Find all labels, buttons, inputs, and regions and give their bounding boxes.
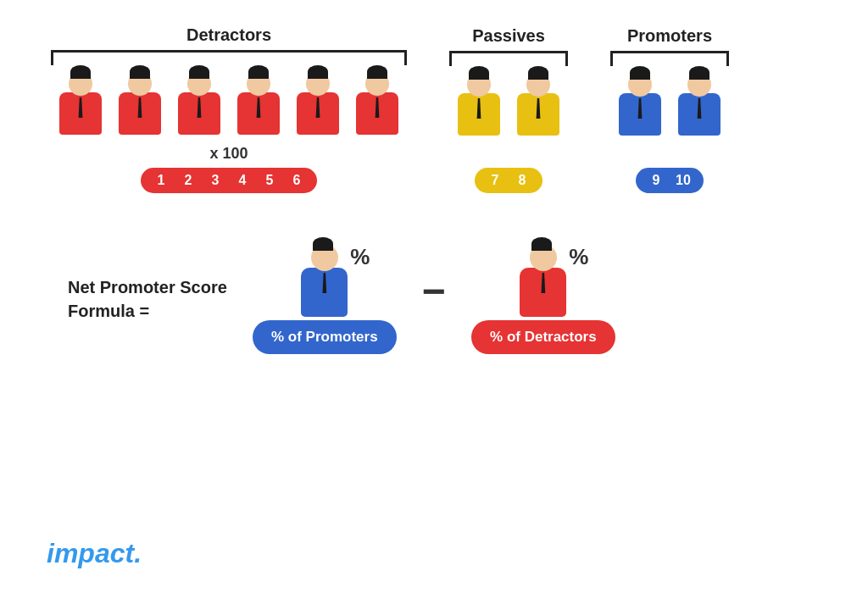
person-body [237,92,280,135]
impact-logo: impact. [47,538,142,569]
person-body [356,92,398,135]
promoter-person-2 [674,73,725,136]
person-head [628,73,652,97]
passives-group: Passives 7 8 [449,26,568,193]
person-body [619,93,661,136]
detractors-figures [55,72,403,135]
promoters-label: Promoters [627,26,712,46]
formula-detractor-person [520,244,566,317]
person-body [678,93,721,136]
minus-sign: − [422,268,446,314]
score-1: 1 [149,173,173,188]
promoters-formula-label: % of Promoters [253,320,397,354]
formula-section: Net Promoter Score Formula = % % of Prom… [51,244,817,354]
score-4: 4 [231,173,254,188]
formula-line2: Formula = [68,302,149,320]
person-head [306,72,330,96]
detractor-person-4 [233,72,284,135]
person-head [467,73,491,97]
passives-label: Passives [472,26,545,46]
promoters-group: Promoters 9 10 [610,26,729,193]
person-head [187,72,211,96]
score-8: 8 [510,173,534,188]
percent-sign-promoters: % [350,244,370,270]
person-head [247,72,270,96]
person-head [311,244,338,271]
detractor-person-6 [352,72,403,135]
person-head [687,73,711,97]
person-head [365,72,389,96]
detractors-score-bar: 1 2 3 4 5 6 [141,168,317,193]
detractors-formula-figure: % % of Detractors [471,244,615,354]
person-head [128,72,152,96]
person-body [301,268,348,317]
percent-sign-detractors: % [569,244,588,270]
detractor-person-3 [174,72,225,135]
formula-promoter-person [301,244,348,317]
detractors-label: Detractors [186,25,271,45]
person-head [530,244,557,271]
detractor-person-2 [114,72,165,135]
person-head [69,72,92,96]
promoters-score-bar: 9 10 [636,168,704,193]
passive-person-2 [513,73,564,136]
person-body [178,92,220,135]
person-body [520,268,566,317]
detractors-formula-label: % of Detractors [471,320,615,354]
score-3: 3 [203,173,227,188]
person-body [59,92,102,135]
person-body [297,92,339,135]
score-9: 9 [644,173,668,188]
detractors-bracket [51,50,407,65]
promoters-formula-figure: % % of Promoters [253,244,397,354]
promoter-person-1 [615,73,665,136]
passives-figures [453,73,564,136]
passives-score-bar: 7 8 [475,168,542,193]
detractors-group: Detractors [51,25,407,193]
detractor-person-1 [55,72,106,135]
score-6: 6 [285,173,309,188]
detractor-person-5 [292,72,343,135]
score-5: 5 [258,173,281,188]
x100-label: x 100 [209,145,248,163]
score-10: 10 [671,173,695,188]
person-body [458,93,500,136]
score-7: 7 [483,173,507,188]
person-body [119,92,161,135]
person-body [517,93,559,136]
person-head [526,73,550,97]
promoters-bracket [610,51,729,66]
passive-person-1 [453,73,504,136]
passives-bracket [449,51,568,66]
formula-line1: Net Promoter Score [68,278,227,296]
promoters-figures [615,73,725,136]
score-2: 2 [176,173,200,188]
formula-text: Net Promoter Score Formula = [68,275,227,323]
